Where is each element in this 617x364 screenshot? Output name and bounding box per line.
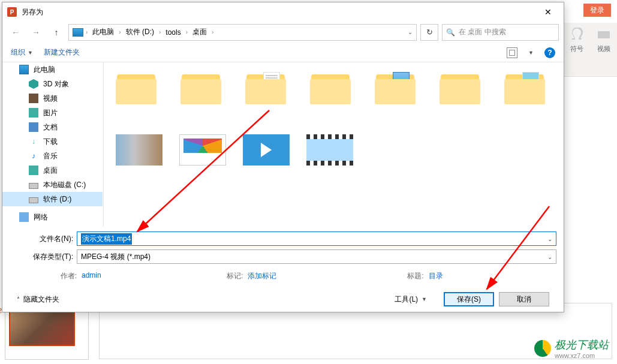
organize-menu[interactable]: 组织 — [11, 47, 25, 58]
tag-value[interactable]: 添加标记 — [248, 271, 326, 281]
folder-item[interactable] — [310, 71, 351, 104]
sidebar-item-documents[interactable]: 文档 — [2, 120, 103, 134]
music-icon: ♪ — [29, 151, 38, 161]
sidebar-item-disk-d[interactable]: 软件 (D:) — [2, 192, 103, 206]
folder-item[interactable] — [375, 71, 416, 104]
filetype-value: MPEG-4 视频 (*.mp4) — [81, 252, 151, 262]
chevron-down-icon: ⌄ — [547, 254, 552, 260]
network-icon — [19, 212, 29, 222]
folder-item[interactable] — [116, 71, 156, 104]
navbar: ← → ↑ › 此电脑 › 软件 (D:) › tools › 桌面 › ⌄ ↻… — [2, 22, 564, 43]
path-history-dropdown[interactable]: ⌄ — [408, 29, 413, 35]
chevron-down-icon: ▼ — [28, 50, 33, 56]
pc-icon — [19, 65, 29, 74]
navigation-sidebar[interactable]: 此电脑 3D 对象 视频 图片 文档 ↓下载 ♪音乐 桌面 本地磁盘 (C:) … — [2, 62, 103, 227]
downloads-icon: ↓ — [29, 137, 38, 146]
filetype-label: 保存类型(T): — [10, 252, 77, 262]
help-button[interactable]: ? — [544, 47, 555, 58]
folder-item[interactable] — [180, 71, 221, 104]
file-thumbnail[interactable] — [306, 134, 353, 166]
path-segment[interactable]: tools — [163, 28, 183, 37]
titlebar: P 另存为 ✕ — [2, 2, 564, 22]
toolbar: 组织 ▼ 新建文件夹 ▼ ? — [2, 43, 564, 62]
sidebar-item-3d[interactable]: 3D 对象 — [2, 77, 103, 91]
slide-thumbnail[interactable] — [9, 307, 75, 346]
ribbon-partial: 符号 视频 — [563, 23, 617, 77]
sidebar-item-disk-c[interactable]: 本地磁盘 (C:) — [2, 178, 103, 192]
chevron-down-icon[interactable]: ▼ — [528, 50, 534, 56]
address-bar[interactable]: › 此电脑 › 软件 (D:) › tools › 桌面 › ⌄ — [68, 24, 417, 41]
cancel-button[interactable]: 取消 — [499, 292, 549, 306]
chevron-right-icon: › — [119, 29, 121, 35]
watermark-url: www.xz7.com — [555, 352, 609, 359]
save-button[interactable]: 保存(S) — [444, 292, 494, 306]
author-value[interactable]: admin — [82, 271, 159, 281]
desktop-icon — [29, 166, 38, 175]
watermark-text: 极光下载站 — [555, 338, 609, 352]
sidebar-item-pc[interactable]: 此电脑 — [2, 62, 103, 77]
tag-label: 标记: — [227, 271, 243, 281]
hide-folders-toggle[interactable]: ˄ 隐藏文件夹 — [17, 294, 59, 305]
filename-value: 演示文稿1.mp4 — [81, 233, 132, 245]
title-value[interactable]: 目录 — [429, 271, 507, 281]
powerpoint-icon: P — [7, 7, 17, 17]
folder-item[interactable] — [245, 71, 286, 104]
filename-input[interactable]: 演示文稿1.mp4 ⌄ — [77, 231, 556, 246]
filetype-select[interactable]: MPEG-4 视频 (*.mp4) ⌄ — [77, 249, 556, 264]
disk-icon — [29, 183, 38, 189]
nav-back-button[interactable]: ← — [7, 24, 24, 41]
chevron-down-icon[interactable]: ⌄ — [547, 236, 552, 242]
video-folder-icon — [29, 94, 38, 103]
folder-item[interactable] — [504, 71, 545, 104]
sidebar-item-downloads[interactable]: ↓下载 — [2, 134, 103, 149]
path-segment[interactable]: 此电脑 — [90, 27, 116, 37]
play-icon — [261, 143, 272, 157]
dialog-title: 另存为 — [22, 7, 537, 17]
svg-rect-0 — [598, 31, 610, 38]
video-icon — [597, 28, 611, 42]
filename-label: 文件名(N): — [10, 234, 77, 244]
new-folder-button[interactable]: 新建文件夹 — [44, 47, 80, 58]
sidebar-item-videos[interactable]: 视频 — [2, 91, 103, 106]
documents-icon — [29, 122, 38, 132]
file-thumbnail[interactable] — [243, 134, 290, 166]
chevron-right-icon: › — [212, 29, 213, 35]
close-button[interactable]: ✕ — [537, 4, 559, 20]
path-segment[interactable]: 桌面 — [190, 27, 209, 37]
tools-menu[interactable]: 工具(L) ▼ — [395, 294, 427, 305]
folder-item[interactable] — [440, 71, 480, 104]
ribbon-video[interactable]: 视频 — [591, 23, 618, 76]
nav-up-button[interactable]: ↑ — [48, 24, 65, 41]
title-label: 标题: — [407, 271, 423, 281]
pc-icon — [73, 28, 83, 37]
nav-forward-button[interactable]: → — [28, 24, 44, 41]
pictures-icon — [29, 108, 38, 118]
chevron-right-icon: › — [186, 29, 188, 35]
chevron-right-icon: › — [86, 29, 88, 35]
chevron-up-icon: ˄ — [17, 296, 20, 303]
watermark: 极光下载站 www.xz7.com — [534, 338, 609, 359]
sidebar-item-music[interactable]: ♪音乐 — [2, 149, 103, 163]
sidebar-item-desktop[interactable]: 桌面 — [2, 163, 103, 178]
file-thumbnail[interactable] — [116, 134, 162, 166]
search-input[interactable]: 🔍 在 桌面 中搜索 — [442, 24, 559, 41]
bottom-form: 文件名(N): 演示文稿1.mp4 ⌄ 保存类型(T): MPEG-4 视频 (… — [2, 227, 564, 311]
view-options-button[interactable] — [507, 47, 517, 58]
watermark-logo-icon — [534, 340, 551, 357]
file-list-area[interactable] — [103, 62, 564, 227]
search-icon: 🔍 — [446, 28, 455, 37]
chevron-down-icon: ▼ — [422, 296, 427, 302]
refresh-button[interactable]: ↻ — [420, 24, 438, 41]
sidebar-item-network[interactable]: 网络 — [2, 210, 103, 224]
path-segment[interactable]: 软件 (D:) — [124, 27, 156, 37]
login-button[interactable]: 登录 — [583, 4, 611, 17]
file-thumbnail[interactable] — [179, 134, 226, 166]
ribbon-symbol[interactable]: 符号 — [564, 23, 591, 76]
sidebar-item-pictures[interactable]: 图片 — [2, 106, 103, 120]
chevron-right-icon: › — [159, 29, 161, 35]
omega-icon — [570, 28, 584, 42]
author-label: 作者: — [10, 271, 77, 281]
3d-objects-icon — [29, 79, 38, 89]
save-as-dialog: P 另存为 ✕ ← → ↑ › 此电脑 › 软件 (D:) › tools › … — [2, 2, 564, 312]
search-placeholder: 在 桌面 中搜索 — [459, 27, 506, 37]
